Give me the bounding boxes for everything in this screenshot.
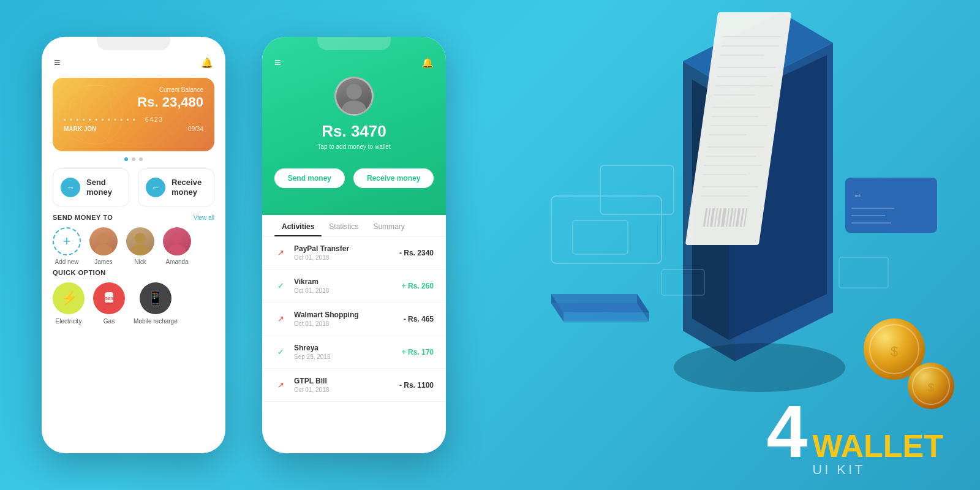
mobile-item: 📱 Mobile recharge bbox=[134, 282, 178, 325]
svg-point-5 bbox=[95, 244, 112, 255]
walmart-arrow-icon: ↗ bbox=[274, 313, 287, 325]
profile-section: Rs. 3470 Tap to add money to wallet bbox=[262, 69, 446, 160]
svg-point-9 bbox=[168, 244, 186, 255]
paypal-date: Oct 01, 2018 bbox=[294, 254, 392, 261]
send-money-button[interactable]: → Sendmoney bbox=[53, 168, 129, 206]
vikram-date: Oct 01, 2018 bbox=[294, 287, 394, 294]
shreya-arrow-icon: ✓ bbox=[274, 346, 287, 358]
brand-kit: UI KIT bbox=[812, 462, 943, 478]
walmart-amount: - Rs. 465 bbox=[404, 315, 434, 323]
activity-gtpl[interactable]: ↗ GTPL Bill Oct 01, 2018 - Rs. 1100 bbox=[262, 369, 446, 402]
card-dots: • • • • • • • • • • • • 6423 bbox=[64, 116, 203, 123]
gas-item: GAS Gas bbox=[93, 282, 125, 325]
tab-activities[interactable]: Activities bbox=[274, 215, 322, 236]
paypal-info: PayPal Transfer Oct 01, 2018 bbox=[294, 244, 392, 261]
dot-2[interactable] bbox=[132, 157, 135, 161]
phone2-notch bbox=[317, 37, 391, 50]
activity-shreya[interactable]: ✓ Shreya Sep 29, 2018 + Rs. 170 bbox=[262, 336, 446, 369]
svg-point-14 bbox=[342, 100, 366, 116]
vikram-name: Vikram bbox=[294, 277, 394, 286]
james-avatar[interactable] bbox=[89, 227, 118, 255]
svg-point-4 bbox=[98, 233, 109, 244]
brand-wallet: WALLET bbox=[812, 430, 943, 462]
card-name: MARK JON bbox=[64, 126, 96, 132]
svg-text:$: $ bbox=[928, 382, 934, 394]
activity-vikram[interactable]: ✓ Vikram Oct 01, 2018 + Rs. 260 bbox=[262, 270, 446, 303]
activity-paypal[interactable]: ↗ PayPal Transfer Oct 01, 2018 - Rs. 234… bbox=[262, 236, 446, 270]
balance-card[interactable]: Current Balance Rs. 23,480 • • • • • • •… bbox=[53, 78, 214, 151]
svg-marker-58 bbox=[551, 303, 649, 322]
brand-text: WALLET UI KIT bbox=[812, 430, 943, 478]
send-money-title: SEND MONEY TO bbox=[53, 214, 113, 221]
tab-summary[interactable]: Summary bbox=[366, 215, 412, 236]
gas-label: Gas bbox=[104, 318, 115, 325]
card-balance: Rs. 23,480 bbox=[64, 94, 203, 110]
add-contact-item: + Add new bbox=[53, 227, 81, 265]
tab-statistics[interactable]: Statistics bbox=[322, 215, 366, 236]
branding: 4 WALLET UI KIT bbox=[767, 394, 944, 478]
contact-james: James bbox=[89, 227, 118, 265]
svg-point-8 bbox=[172, 233, 183, 244]
gas-button[interactable]: GAS bbox=[93, 282, 125, 314]
shreya-date: Sep 29, 2018 bbox=[294, 353, 394, 360]
menu-icon[interactable]: ≡ bbox=[54, 56, 61, 69]
p2-bell-icon[interactable]: 🔔 bbox=[421, 57, 434, 69]
svg-text:$: $ bbox=[891, 344, 898, 359]
p2-receive-button[interactable]: Receive money bbox=[353, 168, 434, 188]
phone1: ≡ 🔔 Current Balance Rs. 23,480 • • • • •… bbox=[42, 37, 225, 453]
quick-option-header: QUICK OPTION bbox=[53, 269, 214, 276]
profile-tap[interactable]: Tap to add money to wallet bbox=[318, 143, 391, 150]
vikram-info: Vikram Oct 01, 2018 bbox=[294, 277, 394, 294]
send-money-label: Sendmoney bbox=[86, 178, 112, 197]
shreya-amount: + Rs. 170 bbox=[402, 348, 434, 356]
activity-walmart[interactable]: ↗ Walmart Shopping Oct 01, 2018 - Rs. 46… bbox=[262, 303, 446, 336]
gtpl-info: GTPL Bill Oct 01, 2018 bbox=[294, 377, 392, 393]
nick-avatar[interactable] bbox=[126, 227, 154, 255]
amanda-avatar[interactable] bbox=[163, 227, 191, 255]
p2-action-buttons: Send money Receive money bbox=[262, 168, 446, 188]
paypal-amount: - Rs. 2340 bbox=[399, 249, 434, 257]
p2-menu-icon[interactable]: ≡ bbox=[274, 56, 281, 69]
dot-3[interactable] bbox=[139, 157, 143, 161]
svg-text:≡±: ≡± bbox=[855, 193, 861, 198]
svg-text:GAS: GAS bbox=[104, 296, 114, 301]
iso-section: ≡± $ $ bbox=[502, 0, 980, 490]
action-buttons: → Sendmoney ← Receivemoney bbox=[53, 168, 214, 206]
profile-balance: Rs. 3470 bbox=[322, 122, 386, 141]
electricity-label: Electricity bbox=[56, 318, 82, 325]
dot-1[interactable] bbox=[124, 157, 128, 161]
notification-icon[interactable]: 🔔 bbox=[201, 57, 213, 69]
view-all-link[interactable]: View all bbox=[194, 214, 214, 221]
svg-point-6 bbox=[135, 233, 146, 244]
card-expiry: 09/34 bbox=[188, 126, 203, 132]
gtpl-date: Oct 01, 2018 bbox=[294, 386, 392, 393]
mobile-label: Mobile recharge bbox=[134, 318, 178, 325]
phone2-header: ≡ 🔔 Rs. 3470 Tap to add money to wallet … bbox=[262, 37, 446, 215]
card-bottom: MARK JON 09/34 bbox=[64, 126, 203, 132]
profile-avatar[interactable] bbox=[334, 77, 374, 116]
send-icon: → bbox=[61, 178, 80, 197]
vikram-arrow-icon: ✓ bbox=[274, 280, 287, 292]
p2-send-button[interactable]: Send money bbox=[274, 168, 345, 188]
paypal-arrow-icon: ↗ bbox=[274, 247, 287, 259]
quick-option-title: QUICK OPTION bbox=[53, 269, 106, 276]
svg-point-12 bbox=[105, 302, 113, 304]
activity-list: ↗ PayPal Transfer Oct 01, 2018 - Rs. 234… bbox=[262, 236, 446, 402]
receive-money-button[interactable]: ← Receivemoney bbox=[138, 168, 214, 206]
svg-rect-66 bbox=[839, 257, 888, 288]
contact-nick: Nick bbox=[126, 227, 154, 265]
shreya-info: Shreya Sep 29, 2018 bbox=[294, 344, 394, 360]
add-contact-button[interactable]: + bbox=[53, 227, 81, 255]
add-contact-label: Add new bbox=[55, 258, 79, 265]
electricity-item: ⚡ Electricity bbox=[53, 282, 85, 325]
nick-label: Nick bbox=[134, 258, 146, 265]
gtpl-amount: - Rs. 1100 bbox=[399, 381, 434, 390]
walmart-info: Walmart Shopping Oct 01, 2018 bbox=[294, 311, 396, 327]
phone2-status: ≡ 🔔 bbox=[262, 50, 446, 69]
svg-point-7 bbox=[132, 244, 149, 255]
contact-amanda: Amanda bbox=[163, 227, 191, 265]
electricity-button[interactable]: ⚡ bbox=[53, 282, 85, 314]
mobile-button[interactable]: 📱 bbox=[140, 282, 172, 314]
svg-point-13 bbox=[346, 84, 361, 99]
card-content: Current Balance Rs. 23,480 • • • • • • •… bbox=[53, 78, 214, 141]
